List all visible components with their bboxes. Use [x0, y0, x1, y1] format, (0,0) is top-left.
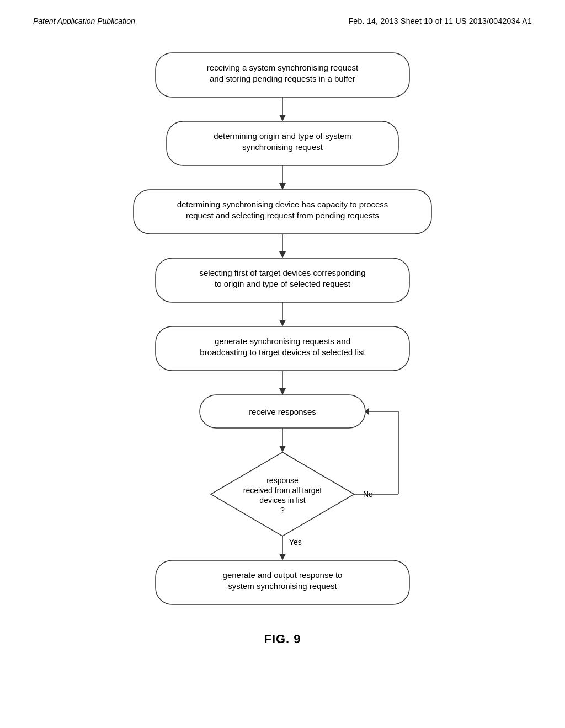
- publication-label: Patent Application Publication: [33, 17, 135, 25]
- svg-text:determining synchronising devi: determining synchronising device has cap…: [177, 200, 388, 209]
- svg-text:system synchronising request: system synchronising request: [228, 581, 337, 591]
- svg-text:generate synchronising request: generate synchronising requests and: [215, 336, 350, 346]
- publication-info: Feb. 14, 2013 Sheet 10 of 11 US 2013/004…: [349, 17, 532, 25]
- svg-marker-41: [279, 554, 286, 560]
- flowchart-svg: receiving a system synchronising request…: [89, 47, 476, 671]
- svg-text:Yes: Yes: [289, 538, 302, 547]
- svg-text:selecting first of target devi: selecting first of target devices corres…: [200, 268, 366, 277]
- svg-marker-9: [279, 183, 286, 190]
- svg-marker-38: [365, 408, 369, 415]
- svg-text:devices in list: devices in list: [259, 496, 305, 505]
- svg-text:generate and output response t: generate and output response to: [223, 570, 343, 580]
- svg-text:synchronising request: synchronising request: [242, 142, 323, 152]
- svg-text:determining origin and type of: determining origin and type of system: [214, 131, 351, 141]
- svg-text:request and selecting request : request and selecting request from pendi…: [186, 211, 379, 220]
- svg-marker-24: [279, 388, 286, 395]
- page-header: Patent Application Publication Feb. 14, …: [0, 0, 565, 31]
- svg-text:to origin and type of selected: to origin and type of selected request: [215, 279, 351, 288]
- svg-text:response: response: [266, 476, 299, 485]
- diagram-container: receiving a system synchronising request…: [0, 31, 565, 682]
- svg-marker-14: [279, 251, 286, 258]
- svg-marker-19: [279, 320, 286, 326]
- svg-text:FIG. 9: FIG. 9: [264, 632, 301, 646]
- svg-text:broadcasting to target devices: broadcasting to target devices of select…: [200, 347, 365, 357]
- svg-text:receive responses: receive responses: [249, 407, 316, 416]
- svg-text:?: ?: [280, 506, 285, 515]
- svg-marker-4: [279, 115, 286, 121]
- svg-text:and storing pending requests i: and storing pending requests in a buffer: [210, 74, 355, 83]
- svg-marker-28: [279, 446, 286, 452]
- svg-text:received from all target: received from all target: [243, 486, 322, 495]
- svg-text:receiving a system synchronisi: receiving a system synchronising request: [207, 63, 359, 72]
